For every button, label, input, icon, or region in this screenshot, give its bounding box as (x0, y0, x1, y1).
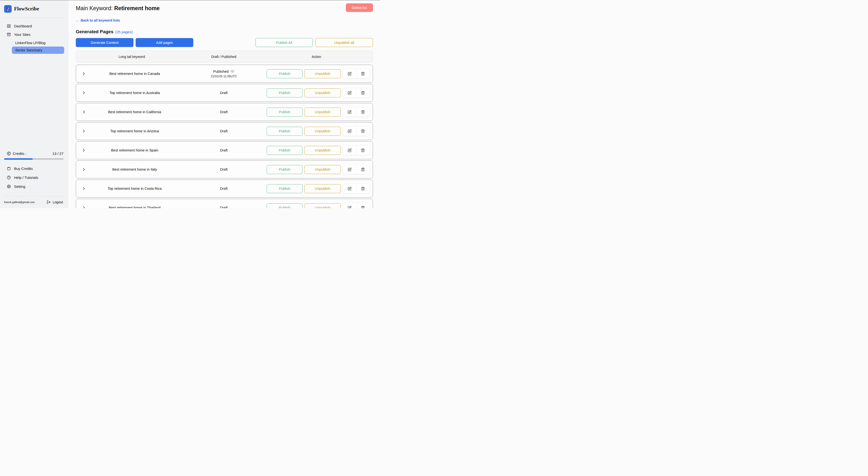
delete-button[interactable] (356, 69, 370, 78)
back-link-label: Back to all keyword lists (81, 19, 120, 22)
row-status: Draft (187, 168, 260, 171)
site-item-senior-sanctuary[interactable]: Senior Sanctuary (12, 47, 64, 54)
sidebar-divider-top (3, 18, 64, 18)
unpublish-button[interactable]: Unpublish (304, 127, 341, 136)
row-status: Draft (187, 91, 260, 95)
delete-button[interactable] (356, 107, 370, 117)
chevron-right-icon (82, 71, 86, 76)
page-title-keyword: Retirement home (114, 5, 160, 11)
delete-button[interactable] (356, 203, 370, 208)
row-actions: Publish Unpublish (260, 88, 373, 98)
edit-button[interactable] (343, 165, 356, 174)
edit-button[interactable] (343, 107, 356, 117)
unpublish-button[interactable]: Unpublish (304, 69, 341, 78)
sidebar-footer: franck.galliod@gmail.com Logout (0, 196, 68, 204)
credits-progress-fill (4, 158, 33, 160)
row-actions: Publish Unpublish (260, 184, 373, 194)
publish-button[interactable]: Publish (267, 127, 303, 136)
toolbar-right: Publish All Unpublish all (255, 38, 373, 47)
publish-button[interactable]: Publish (267, 88, 303, 97)
chevron-right-icon (82, 129, 86, 133)
sidebar-spacer (0, 54, 68, 151)
expand-row-button[interactable] (81, 167, 87, 172)
row-keyword: Top retirement home in Australia (76, 91, 187, 95)
chevron-right-icon (82, 206, 86, 208)
column-header-status: Draft / Published (187, 55, 260, 59)
delete-button[interactable] (356, 88, 370, 97)
status-text: Draft (220, 129, 227, 133)
trash-icon (361, 72, 365, 76)
unpublish-button[interactable]: Unpublish (304, 108, 341, 117)
unpublish-button[interactable]: Unpublish (304, 165, 341, 174)
edit-button[interactable] (343, 146, 356, 155)
toolbar-left: Generate Content Add pages (76, 38, 193, 47)
publish-button[interactable]: Publish (267, 165, 303, 174)
sidebar-menu: Buy Credits Help / Tutorials Setting (0, 164, 68, 191)
edit-button[interactable] (343, 126, 356, 136)
chevron-right-icon (82, 91, 86, 95)
sidebar-item-setting[interactable]: Setting (0, 182, 68, 191)
trash-icon (361, 148, 365, 152)
gear-icon (7, 184, 11, 188)
table-rows: Best retirement home in Canada Published… (76, 65, 373, 208)
unpublish-button[interactable]: Unpublish (304, 88, 341, 97)
expand-row-button[interactable] (81, 90, 87, 95)
trash-icon (361, 91, 365, 95)
help-circle-icon (7, 176, 11, 180)
logout-button[interactable]: Logout (47, 200, 63, 204)
row-status: Published 21/02/25 11:05UTC (187, 69, 260, 78)
back-arrow-icon: ← (76, 19, 79, 22)
table-row: Top retirement home in Arizona Draft Pub… (76, 122, 373, 140)
publish-all-button[interactable]: Publish All (255, 38, 313, 47)
status-text: Draft (220, 110, 227, 114)
publish-button[interactable]: Publish (267, 203, 303, 208)
archive-box-icon (7, 32, 11, 37)
edit-pencil-icon (347, 129, 352, 133)
edit-button[interactable] (343, 88, 356, 97)
publish-button[interactable]: Publish (267, 184, 303, 193)
sidebar-item-label: Your Sites (14, 32, 31, 37)
delete-button[interactable] (356, 126, 370, 136)
site-item-linkerflow[interactable]: LinkerFlow LP/Blog (12, 39, 64, 47)
sidebar-item-buy-credits[interactable]: Buy Credits (0, 164, 68, 173)
table-row: Best retirement home in Thailand Draft P… (76, 199, 373, 208)
delete-button[interactable] (356, 184, 370, 193)
sidebar-item-dashboard[interactable]: Dashboard (0, 22, 68, 30)
grid-icon (7, 24, 11, 28)
main-header: Main Keyword: Retirement home Delete lis… (76, 3, 373, 12)
edit-button[interactable] (343, 184, 356, 193)
back-link[interactable]: ←Back to all keyword lists (76, 19, 120, 22)
table-row: Best retirement home in Italy Draft Publ… (76, 160, 373, 178)
unpublish-all-button[interactable]: Unpublish all (315, 38, 373, 47)
unpublish-button[interactable]: Unpublish (304, 184, 341, 193)
table-header: Long tail keyword Draft / Published Acti… (76, 51, 373, 63)
row-icon-group (343, 107, 370, 117)
delete-button[interactable] (356, 165, 370, 174)
delete-list-button[interactable]: Delete list (346, 3, 373, 12)
chevron-right-icon (82, 167, 86, 172)
sidebar-item-your-sites[interactable]: Your Sites (0, 30, 68, 39)
expand-row-button[interactable] (81, 148, 87, 153)
sidebar-item-help[interactable]: Help / Tutorials (0, 173, 68, 182)
publish-button[interactable]: Publish (267, 146, 303, 155)
app-root: FlowScribe Dashboard Your Sites L (0, 0, 380, 208)
unpublish-button[interactable]: Unpublish (304, 203, 341, 208)
publish-button[interactable]: Publish (267, 69, 303, 78)
publish-button[interactable]: Publish (267, 108, 303, 117)
expand-row-button[interactable] (81, 205, 87, 208)
expand-row-button[interactable] (81, 71, 87, 76)
expand-row-button[interactable] (81, 128, 87, 134)
generate-content-button[interactable]: Generate Content (76, 38, 133, 47)
expand-row-button[interactable] (81, 109, 87, 115)
edit-button[interactable] (343, 203, 356, 208)
table-row: Best retirement home in California Draft… (76, 103, 373, 121)
unpublish-button[interactable]: Unpublish (304, 146, 341, 155)
add-pages-button[interactable]: Add pages (135, 38, 193, 47)
status-text: Draft (220, 206, 227, 208)
expand-row-button[interactable] (81, 186, 87, 191)
toolbar: Generate Content Add pages Publish All U… (76, 38, 373, 47)
delete-button[interactable] (356, 146, 370, 155)
edit-button[interactable] (343, 69, 356, 78)
trash-icon (361, 110, 365, 114)
row-actions: Publish Unpublish (260, 126, 373, 136)
